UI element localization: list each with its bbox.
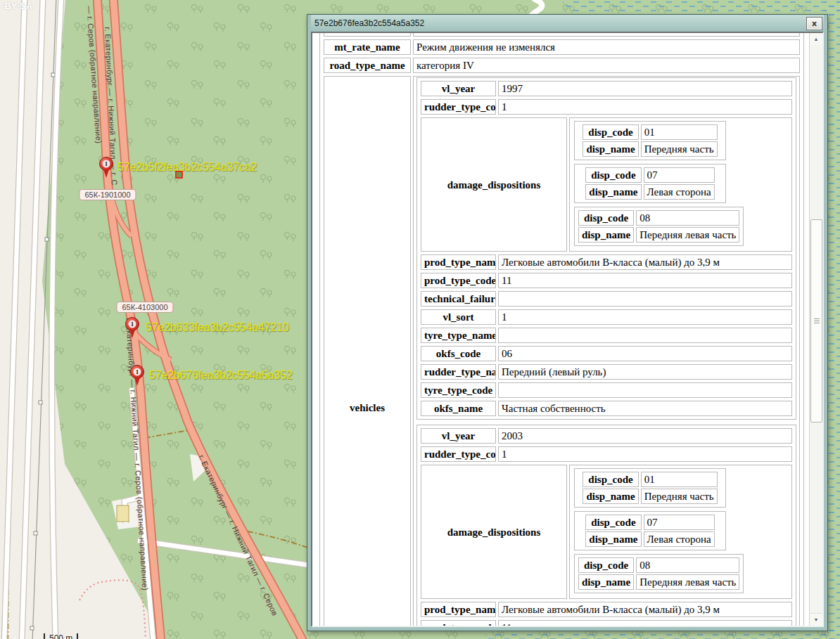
close-icon[interactable]: x [806, 17, 822, 30]
field-value: Легковые автомобили В-класса (малый) до … [498, 254, 792, 270]
map-attribution: -BY-SA [1, 1, 32, 11]
feature-popup-window: 57e2b676fea3b2c554a5a352 x mt_rate_nameР… [307, 14, 828, 631]
field-value [498, 291, 792, 306]
field-value: Частная собственность [498, 401, 792, 416]
record-row: rudder_type_nameПередний (левый руль) [419, 363, 794, 381]
field-key: okfs_code [421, 346, 496, 361]
field-value: 08 [636, 557, 739, 573]
field-key: tyre_type_code [421, 382, 496, 398]
feature-id-label[interactable]: 57e2b676fea3b2c554a5a352 [149, 369, 292, 382]
scroll-down-icon[interactable]: ▼ [810, 613, 822, 626]
field-key: okfs_name [421, 401, 496, 416]
field-value: 06 [498, 346, 792, 361]
field-key: road_type_name [324, 58, 411, 73]
feature-id-label[interactable]: 57e2b5f2fea3b2c554a37ca2 [117, 161, 257, 174]
record-row: technical_failures [419, 290, 794, 308]
pin-number: 1 [103, 160, 110, 168]
field-key: prod_type_name [421, 602, 496, 617]
field-key: vl_year [421, 81, 496, 96]
disposition-card: disp_code07disp_nameЛевая сторона [574, 511, 726, 550]
road-ref-shield: 65К-1901000 [79, 189, 136, 200]
field-key: disp_code [583, 472, 638, 487]
scrollbar-thumb[interactable] [810, 219, 822, 422]
record-row: prod_type_code11 [419, 271, 794, 290]
field-key: damage_dispositions [421, 465, 567, 599]
field-value: 07 [644, 515, 715, 530]
field-value: категория IV [413, 58, 800, 73]
map-pin-icon[interactable]: 1 [99, 157, 113, 171]
disposition-table: disp_code08disp_nameПередняя левая часть [576, 209, 742, 244]
damage-dispositions: disp_code01disp_nameПередняя частьdisp_c… [573, 119, 789, 250]
field-value: 1997 [498, 81, 792, 96]
disposition-card: disp_code01disp_nameПередняя часть [574, 468, 726, 508]
field-value: 2003 [498, 428, 792, 444]
field-value: Режим движения не изменялся [413, 39, 800, 55]
field-value: Левая сторона [644, 531, 715, 547]
disposition-table: disp_code07disp_nameЛевая сторона [583, 513, 716, 548]
disposition-table: disp_code01disp_nameПередняя часть [580, 123, 719, 158]
record-row: prod_type_code11 [419, 619, 794, 627]
field-value: Передняя левая часть [636, 227, 739, 243]
field-key: mt_rate_name [324, 39, 411, 55]
disposition-table: disp_code01disp_nameПередняя часть [580, 470, 719, 505]
field-value: disp_code01disp_nameПередняя частьdisp_c… [569, 465, 792, 599]
marsh-pattern [563, 0, 840, 15]
field-value: 11 [498, 273, 792, 288]
field-key: disp_code [585, 167, 641, 183]
map-pin-icon[interactable]: 1 [130, 365, 144, 379]
record-row: tyre_type_name [419, 326, 794, 344]
road-ref-shield: 65К-4103000 [116, 302, 173, 313]
scale-bar: 500 m [44, 633, 78, 639]
record-row: prod_type_nameЛегковые автомобили В-клас… [419, 253, 794, 271]
field-value: 08 [636, 210, 739, 226]
field-key: disp_name [585, 531, 641, 547]
record-row: okfs_code06 [419, 344, 794, 363]
field-key: technical_failures [421, 291, 496, 306]
dialog-title: 57e2b676fea3b2c554a5a352 [311, 18, 424, 28]
record-row: okfs_nameЧастная собственность [419, 399, 794, 418]
field-key: disp_name [583, 489, 638, 504]
field-key: rudder_type_code [421, 99, 496, 115]
field-value: 07 [644, 167, 715, 183]
disposition-table: disp_code08disp_nameПередняя левая часть [576, 556, 742, 591]
field-key: rudder_type_name [421, 364, 496, 380]
field-value: Легковые автомобили В-класса (малый) до … [498, 602, 792, 617]
field-value: 1 [498, 309, 792, 325]
field-key: disp_name [578, 227, 634, 243]
field-value: 01 [641, 124, 718, 140]
field-value: Передняя часть [641, 489, 718, 504]
pin-number: 1 [129, 321, 136, 328]
record-row: mt_rate_nameРежим движения не изменялся [322, 38, 802, 56]
record-row: vehiclesvl_year1997rudder_type_code1dama… [322, 75, 802, 627]
feature-id-label[interactable]: 57e2b633fea3b2c554a47210 [146, 321, 288, 334]
field-value: Левая сторона [644, 184, 715, 200]
record-table: mt_rate_nameРежим движения не изменялсяr… [319, 32, 804, 627]
field-key [324, 32, 411, 37]
record-row: vl_year1997 [419, 79, 794, 98]
field-key: vl_year [421, 428, 496, 444]
record-row: tyre_type_code [419, 381, 794, 399]
record-row: vl_year2003 [419, 427, 794, 445]
field-value: 1 [498, 446, 792, 462]
map-pin-icon[interactable]: 1 [125, 317, 139, 331]
field-key: damage_dispositions [421, 117, 567, 252]
field-key: rudder_type_code [421, 446, 496, 462]
pin-number: 1 [134, 368, 141, 376]
dialog-titlebar[interactable]: 57e2b676fea3b2c554a5a352 x [311, 15, 824, 32]
dialog-content: mt_rate_nameРежим движения не изменялсяr… [311, 32, 824, 627]
field-key: vl_sort [421, 309, 496, 325]
record-row: damage_dispositionsdisp_code01disp_nameП… [419, 116, 794, 253]
record-row: damage_dispositionsdisp_code01disp_nameП… [419, 463, 794, 600]
record-row: road_type_nameкатегория IV [322, 56, 802, 75]
disposition-card: disp_code01disp_nameПередняя часть [574, 121, 726, 160]
scroll-up-icon[interactable]: ▲ [810, 33, 822, 45]
field-value: disp_code01disp_nameПередняя частьdisp_c… [569, 117, 792, 252]
thumb-grip-icon [814, 318, 820, 324]
vertical-scrollbar[interactable]: ▲ ▼ [809, 33, 822, 626]
record-row: prod_type_nameЛегковые автомобили В-клас… [419, 600, 794, 619]
field-key: prod_type_name [421, 254, 496, 270]
record-row: vl_sort1 [419, 308, 794, 326]
damage-dispositions: disp_code01disp_nameПередняя частьdisp_c… [573, 466, 789, 598]
disposition-card: disp_code07disp_nameЛевая сторона [574, 164, 726, 203]
disposition-card: disp_code08disp_nameПередняя левая часть [574, 554, 744, 593]
